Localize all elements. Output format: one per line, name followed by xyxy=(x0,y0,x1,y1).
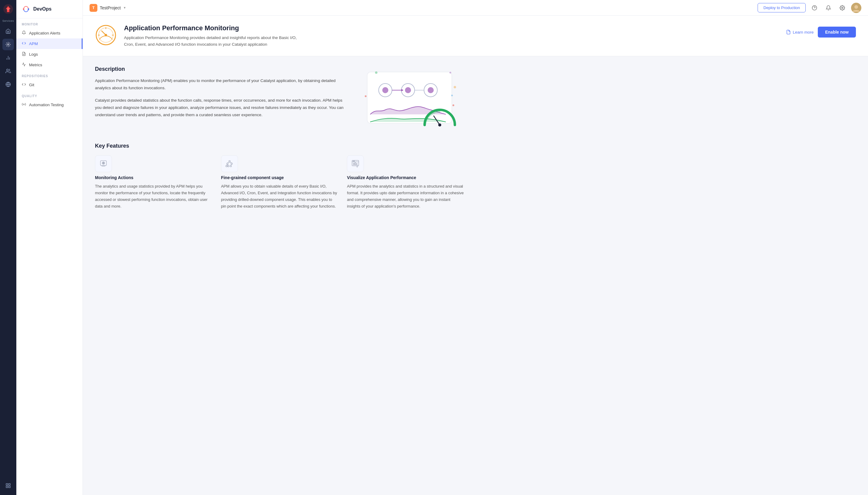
feature-card-visualize: Visualize Application Performance APM pr… xyxy=(347,155,464,210)
svg-point-31 xyxy=(382,87,388,93)
services-label: Services xyxy=(2,19,14,22)
sidebar-item-label-apm: APM xyxy=(29,41,38,46)
help-icon-button[interactable] xyxy=(809,3,820,13)
learn-more-button[interactable]: Learn more xyxy=(786,30,814,34)
project-name: TestProject xyxy=(100,5,121,10)
svg-point-40 xyxy=(438,123,441,126)
deploy-to-production-button[interactable]: Deploy to Production xyxy=(758,3,806,12)
metrics-icon xyxy=(22,62,26,67)
apm-actions: Learn more Enable now xyxy=(786,24,856,37)
sidebar-item-label-automation-testing: Automation Testing xyxy=(29,103,64,107)
svg-point-21 xyxy=(854,5,858,9)
rail-icon-devops[interactable] xyxy=(2,39,14,50)
project-avatar: T xyxy=(90,4,98,12)
description-para-1: Application Performance Monitoring (APM)… xyxy=(95,77,349,92)
svg-point-58 xyxy=(230,166,231,167)
svg-point-53 xyxy=(229,161,230,162)
key-features-heading: Key Features xyxy=(95,143,464,149)
svg-point-43 xyxy=(365,95,367,97)
sidebar-item-label-metrics: Metrics xyxy=(29,63,42,67)
svg-line-59 xyxy=(227,162,230,163)
bell-icon xyxy=(22,31,26,36)
document-icon xyxy=(786,30,791,34)
description-section: Description Application Performance Moni… xyxy=(95,66,464,131)
settings-icon-button[interactable] xyxy=(837,3,847,13)
svg-point-14 xyxy=(28,8,29,10)
feature-title-monitoring-actions: Monitoring Actions xyxy=(95,175,212,180)
feature-desc-visualize: APM provides the analytics and statistic… xyxy=(347,183,464,210)
feature-title-fine-grained: Fine-grained component usage xyxy=(221,175,338,180)
sidebar-item-automation-testing[interactable]: Automation Testing xyxy=(16,100,83,110)
svg-point-1 xyxy=(7,8,10,10)
feature-card-fine-grained: Fine-grained component usage APM allows … xyxy=(221,155,338,210)
sidebar-item-metrics[interactable]: Metrics xyxy=(16,59,83,70)
automation-icon xyxy=(22,102,26,107)
svg-point-17 xyxy=(23,104,24,105)
svg-line-60 xyxy=(230,162,232,163)
sidebar: DevOps Monitor Application Alerts APM xyxy=(16,0,83,495)
key-features-section: Key Features xyxy=(95,143,464,210)
svg-line-61 xyxy=(227,165,227,166)
svg-point-13 xyxy=(23,8,24,10)
content-area: Application Performance Monitoring Appli… xyxy=(83,16,868,495)
svg-point-66 xyxy=(353,161,354,161)
sidebar-item-label-application-alerts: Application Alerts xyxy=(29,31,60,35)
svg-point-41 xyxy=(375,71,377,74)
svg-point-67 xyxy=(354,161,355,161)
apm-page-title: Application Performance Monitoring xyxy=(124,24,779,32)
svg-point-42 xyxy=(449,72,451,73)
sidebar-header: DevOps xyxy=(16,0,83,18)
svg-rect-10 xyxy=(9,483,10,485)
description-para-2: Catalyst provides detailed statistics ab… xyxy=(95,97,349,119)
svg-point-44 xyxy=(453,104,454,106)
icon-rail: Services xyxy=(0,0,16,495)
project-dropdown-icon: ▼ xyxy=(123,6,126,10)
sidebar-section-repositories: Repositories xyxy=(16,70,83,80)
sidebar-item-git[interactable]: Git xyxy=(16,80,83,90)
feature-desc-monitoring-actions: The analytics and usage statistics provi… xyxy=(95,183,212,210)
svg-point-45 xyxy=(454,86,456,88)
svg-point-50 xyxy=(103,163,104,164)
user-avatar[interactable] xyxy=(851,3,861,13)
apm-info: Application Performance Monitoring Appli… xyxy=(124,24,779,48)
sidebar-item-logs[interactable]: Logs xyxy=(16,49,83,59)
svg-rect-11 xyxy=(9,486,10,488)
rail-icon-integrations[interactable] xyxy=(2,79,14,90)
fine-grained-icon xyxy=(221,155,238,172)
svg-point-6 xyxy=(7,69,8,71)
svg-rect-69 xyxy=(355,163,356,165)
sidebar-item-application-alerts[interactable]: Application Alerts xyxy=(16,28,83,38)
rail-icon-grid[interactable] xyxy=(2,480,14,491)
apm-banner: Application Performance Monitoring Appli… xyxy=(83,16,868,56)
feature-title-visualize: Visualize Application Performance xyxy=(347,175,464,180)
svg-rect-29 xyxy=(367,72,452,123)
topbar: T TestProject ▼ Deploy to Production xyxy=(83,0,868,16)
svg-point-54 xyxy=(227,163,228,165)
enable-now-button[interactable]: Enable now xyxy=(818,27,856,37)
feature-desc-fine-grained: APM allows you to obtain valuable detail… xyxy=(221,183,338,210)
logs-icon xyxy=(22,52,26,57)
apm-banner-icon xyxy=(95,24,117,46)
notifications-icon-button[interactable] xyxy=(823,3,834,13)
sidebar-item-label-logs: Logs xyxy=(29,52,38,56)
rail-icon-analytics[interactable] xyxy=(2,52,14,64)
svg-line-62 xyxy=(227,165,228,166)
sidebar-title: DevOps xyxy=(33,6,51,12)
rail-icon-home[interactable] xyxy=(2,25,14,37)
project-selector[interactable]: T TestProject ▼ xyxy=(90,4,126,12)
visualize-icon xyxy=(347,155,364,172)
svg-point-35 xyxy=(428,87,434,93)
apm-icon xyxy=(22,41,26,46)
sidebar-item-apm[interactable]: APM xyxy=(16,38,83,49)
devops-logo-icon xyxy=(22,5,30,13)
description-heading: Description xyxy=(95,66,349,72)
git-icon xyxy=(22,82,26,87)
content-body: Description Application Performance Moni… xyxy=(83,56,476,219)
monitoring-actions-icon xyxy=(95,155,112,172)
svg-point-2 xyxy=(7,44,9,45)
sidebar-section-quality: Quality xyxy=(16,90,83,100)
apm-illustration xyxy=(361,66,464,131)
svg-rect-9 xyxy=(6,483,7,485)
main-area: T TestProject ▼ Deploy to Production xyxy=(83,0,868,495)
rail-icon-users[interactable] xyxy=(2,65,14,77)
